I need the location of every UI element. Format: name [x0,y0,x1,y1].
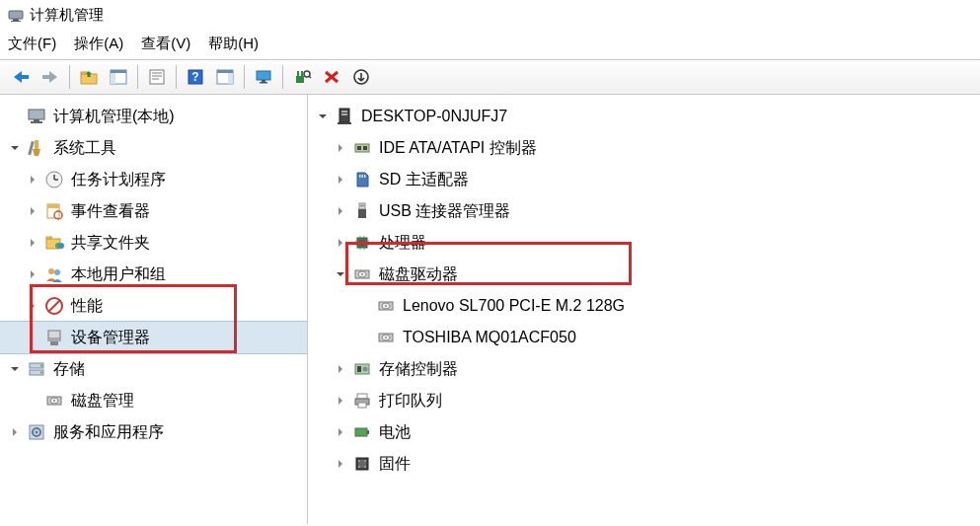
update-driver-button[interactable] [347,63,375,91]
scope-tree: 计算机管理(本地) 系统工具 任务计划程序 [0,101,307,448]
node-label: 磁盘管理 [71,391,134,412]
node-label: TOSHIBA MQ01ACF050 [403,329,576,346]
chevron-down-icon[interactable] [332,265,349,283]
show-hide-tree-button[interactable] [105,63,132,91]
event-viewer-icon [43,200,65,222]
node-label: USB 连接器管理器 [379,201,510,222]
chevron-down-icon[interactable] [6,360,24,378]
node-label: DESKTOP-0NJUFJ7 [361,108,507,125]
node-usb-connector[interactable]: USB 连接器管理器 [308,195,980,227]
chevron-right-icon[interactable] [332,423,349,441]
node-storage[interactable]: 存储 [0,353,307,385]
svg-rect-33 [28,141,35,155]
toolbar-separator [137,65,138,89]
menu-view[interactable]: 查看(V) [141,35,190,53]
chevron-right-icon[interactable] [332,392,349,410]
right-tree-pane: DESKTOP-0NJUFJ7 IDE ATA/ATAPI 控制器 SD 主 [308,95,980,524]
chevron-right-icon[interactable] [332,455,349,473]
node-disk-toshiba[interactable]: TOSHIBA MQ01ACF050 [308,322,980,353]
display-settings-button[interactable] [250,63,277,91]
disk-management-icon [43,390,65,412]
properties-button[interactable] [143,63,171,91]
forward-button[interactable] [37,63,64,91]
svg-rect-3 [20,75,29,79]
uninstall-device-button[interactable] [318,63,345,91]
node-shared-folders[interactable]: 共享文件夹 [0,227,307,259]
node-computer[interactable]: DESKTOP-0NJUFJ7 [308,101,980,132]
svg-rect-70 [359,203,365,209]
node-system-tools[interactable]: 系统工具 [0,132,307,164]
node-label: 任务计划程序 [71,170,166,190]
svg-rect-19 [262,80,265,82]
chevron-right-icon[interactable] [6,423,24,441]
svg-point-43 [48,268,54,274]
node-label: 设备管理器 [71,328,150,348]
svg-rect-94 [357,366,361,372]
node-battery[interactable]: 电池 [308,416,980,448]
svg-point-52 [40,365,42,367]
left-tree-pane: 计算机管理(本地) 系统工具 任务计划程序 [0,95,308,524]
chevron-down-icon[interactable] [314,108,332,125]
chevron-right-icon[interactable] [24,265,41,283]
scan-hardware-button[interactable] [288,63,316,91]
node-device-manager[interactable]: 设备管理器 [0,322,307,353]
node-label: 打印队列 [379,391,442,412]
menu-file[interactable]: 文件(F) [8,35,56,53]
node-label: 性能 [71,296,103,317]
chevron-down-icon[interactable] [6,139,24,157]
svg-line-46 [48,300,60,312]
node-performance[interactable]: 性能 [0,290,307,322]
chevron-right-icon[interactable] [332,360,349,378]
device-manager-icon [43,327,65,348]
chevron-right-icon[interactable] [332,234,349,252]
svg-rect-23 [301,71,303,76]
node-computer-management[interactable]: 计算机管理(本地) [0,101,307,132]
action-pane-button[interactable] [211,63,239,91]
svg-rect-17 [228,73,233,84]
chevron-right-icon[interactable] [24,297,41,315]
shared-folders-icon [43,232,65,254]
chevron-right-icon[interactable] [24,171,41,188]
back-button[interactable] [7,63,35,91]
chevron-right-icon[interactable] [24,234,41,252]
menu-action[interactable]: 操作(A) [74,35,123,53]
node-sd-host[interactable]: SD 主适配器 [308,164,980,195]
node-services-apps[interactable]: 服务和应用程序 [0,416,307,448]
toolbar-separator [282,65,283,89]
node-label: 磁盘驱动器 [379,264,458,285]
node-event-viewer[interactable]: 事件查看器 [0,195,307,227]
printer-icon [351,390,373,412]
chevron-right-icon[interactable] [332,171,349,188]
svg-rect-67 [359,175,361,178]
node-task-scheduler[interactable]: 任务计划程序 [0,164,307,195]
node-disk-management[interactable]: 磁盘管理 [0,385,307,416]
svg-point-42 [58,243,64,249]
node-storage-controller[interactable]: 存储控制器 [308,353,980,385]
help-button[interactable]: ? [182,63,209,91]
app-icon [8,8,24,24]
svg-rect-98 [358,403,366,408]
node-label: 处理器 [379,233,426,254]
disk-drive-icon [375,327,397,348]
node-ide-controller[interactable]: IDE ATA/ATAPI 控制器 [308,132,980,164]
firmware-icon [351,453,373,475]
disk-drive-icon [351,263,373,285]
titlebar: 计算机管理 [0,0,980,29]
chevron-right-icon[interactable] [332,202,349,220]
node-print-queue[interactable]: 打印队列 [308,385,980,416]
chevron-right-icon[interactable] [24,202,41,220]
svg-rect-29 [29,110,44,119]
node-cpu[interactable]: 处理器 [308,227,980,259]
node-label: 共享文件夹 [71,233,150,254]
node-local-users[interactable]: 本地用户和组 [0,259,307,290]
storage-icon [26,358,47,380]
menu-help[interactable]: 帮助(H) [208,35,259,53]
device-tree: DESKTOP-0NJUFJ7 IDE ATA/ATAPI 控制器 SD 主 [308,101,980,480]
svg-rect-21 [296,76,304,83]
node-disk-drives[interactable]: 磁盘驱动器 [308,259,980,290]
node-disk-lenovo[interactable]: Lenovo SL700 PCI-E M.2 128G [308,290,980,322]
toolbar-separator [69,65,70,89]
up-folder-button[interactable] [75,63,103,91]
node-firmware[interactable]: 固件 [308,448,980,480]
chevron-right-icon[interactable] [332,139,349,157]
